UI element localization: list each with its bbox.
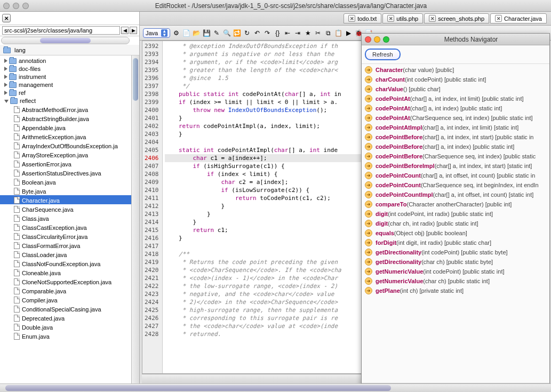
folder-row[interactable]: instrument	[0, 73, 139, 81]
file-row[interactable]: Appendable.java	[0, 123, 139, 132]
file-row[interactable]: AssertionStatusDirectives.java	[0, 168, 139, 177]
methods-list[interactable]: ➜Character(char value) [public]➜charCoun…	[362, 64, 549, 383]
method-row[interactable]: ➜getDirectionality(char ch) [public stat…	[364, 257, 547, 267]
paste-icon[interactable]: 📋	[334, 29, 342, 37]
redo-icon[interactable]: ↷	[263, 29, 271, 37]
file-row[interactable]: ArrayStoreException.java	[0, 150, 139, 159]
method-row[interactable]: ➜forDigit(int digit, int radix) [public …	[364, 238, 547, 247]
file-row[interactable]: ClassFormatError.java	[0, 241, 139, 250]
braces-icon[interactable]: {}	[273, 29, 282, 37]
file-row[interactable]: Character.java	[0, 195, 139, 204]
file-row[interactable]: ArithmeticException.java	[0, 132, 139, 141]
run-icon[interactable]: ▶	[344, 29, 353, 37]
folder-row[interactable]: ref	[0, 89, 139, 97]
method-row[interactable]: ➜codePointAt(char[] a, int index) [publi…	[364, 103, 547, 113]
file-row[interactable]: CloneNotSupportedException.java	[0, 277, 139, 286]
file-row[interactable]: Boolean.java	[0, 177, 139, 186]
folder-row[interactable]: doc-files	[0, 65, 139, 73]
path-next-button[interactable]: ▶	[130, 27, 137, 34]
editor-tab[interactable]: ✕screen_shots.php	[424, 13, 489, 23]
method-row[interactable]: ➜charCount(int codePoint) [public static…	[364, 75, 547, 84]
editor-tab[interactable]: ✕todo.txt	[344, 13, 381, 23]
tab-close-icon[interactable]: ✕	[348, 15, 355, 22]
tool-icon[interactable]: ⚙	[172, 29, 180, 37]
method-row[interactable]: ➜getNumericValue(char ch) [public static…	[364, 276, 547, 286]
file-row[interactable]: ClassLoader.java	[0, 250, 139, 259]
method-row[interactable]: ➜digit(char ch, int radix) [public stati…	[364, 219, 547, 228]
zoom-window-icon[interactable]	[22, 3, 29, 9]
tree-vscrollbar[interactable]	[131, 55, 139, 383]
outdent-icon[interactable]: ⇤	[283, 29, 292, 37]
bookmark-icon[interactable]: ★	[304, 29, 312, 37]
method-row[interactable]: ➜codePointBefore(CharSequence seq, int i…	[364, 151, 547, 161]
file-row[interactable]: Comparable.java	[0, 286, 139, 295]
editor-tab[interactable]: ✕utils.php	[382, 13, 423, 23]
path-prev-button[interactable]: ◀	[121, 27, 129, 34]
zoom-icon[interactable]	[383, 36, 389, 43]
file-row[interactable]: ClassCircularityError.java	[0, 231, 139, 241]
refresh-button[interactable]: Refresh	[365, 49, 401, 60]
save-icon[interactable]: 💾	[202, 29, 211, 37]
close-icon[interactable]	[365, 36, 371, 43]
file-row[interactable]: Compiler.java	[0, 295, 139, 304]
app-hscrollbar[interactable]	[0, 383, 551, 392]
close-panel-button[interactable]: ✕	[2, 14, 11, 22]
method-row[interactable]: ➜codePointAt(CharSequence seq, int index…	[364, 113, 547, 123]
tab-close-icon[interactable]: ✕	[387, 15, 394, 22]
method-row[interactable]: ➜codePointBefore(char[] a, int index, in…	[364, 132, 547, 142]
file-row[interactable]: Deprecated.java	[0, 313, 139, 322]
method-row[interactable]: ➜compareTo(Character anotherCharacter) […	[364, 199, 547, 209]
method-row[interactable]: ➜getDirectionality(int codePoint) [publi…	[364, 247, 547, 257]
method-row[interactable]: ➜getNumericValue(int codePoint) [public …	[364, 267, 547, 276]
close-window-icon[interactable]	[3, 3, 10, 9]
method-row[interactable]: ➜codePointCountImpl(char[] a, int offset…	[364, 190, 547, 199]
folder-row[interactable]: annotation	[0, 57, 139, 65]
editor-tab[interactable]: ✕Character.java	[490, 13, 547, 23]
file-row[interactable]: AbstractMethodError.java	[0, 105, 139, 114]
language-selector[interactable]: Java ▲▼	[143, 28, 170, 38]
file-row[interactable]: Enum.java	[0, 331, 139, 340]
new-file-icon[interactable]: 📄	[182, 29, 190, 37]
method-row[interactable]: ➜digit(int codePoint, int radix) [public…	[364, 209, 547, 219]
path-input[interactable]	[2, 26, 120, 35]
file-row[interactable]: CharSequence.java	[0, 204, 139, 213]
tab-close-icon[interactable]: ✕	[429, 15, 436, 22]
method-row[interactable]: ➜Character(char value) [public]	[364, 65, 547, 75]
method-row[interactable]: ➜equals(Object obj) [public boolean]	[364, 228, 547, 238]
method-row[interactable]: ➜getPlane(int ch) [private static int]	[364, 286, 547, 295]
method-row[interactable]: ➜codePointBefore(char[] a, int index) [p…	[364, 142, 547, 151]
cut-icon[interactable]: ✂	[314, 29, 322, 37]
file-row[interactable]: ConditionalSpecialCasing.java	[0, 304, 139, 313]
wand-icon[interactable]: ✎	[212, 29, 221, 37]
file-row[interactable]: ArrayIndexOutOfBoundsException.ja	[0, 141, 139, 150]
minimize-window-icon[interactable]	[13, 3, 19, 9]
path-scrollbar[interactable]	[1, 37, 130, 44]
breadcrumb[interactable]: lang	[0, 45, 139, 55]
folder-row[interactable]: management	[0, 81, 139, 89]
file-tree[interactable]: annotationdoc-filesinstrumentmanagementr…	[0, 55, 139, 383]
open-file-icon[interactable]: 📂	[192, 29, 201, 37]
indent-icon[interactable]: ⇥	[293, 29, 302, 37]
method-row[interactable]: ➜codePointCount(CharSequence seq, int be…	[364, 180, 547, 190]
refresh-icon[interactable]: ↻	[243, 29, 251, 37]
file-row[interactable]: AbstractStringBuilder.java	[0, 114, 139, 123]
file-row[interactable]: Cloneable.java	[0, 268, 139, 277]
method-row[interactable]: ➜codePointAtImpl(char[] a, int index, in…	[364, 123, 547, 132]
method-row[interactable]: ➜charValue() [public char]	[364, 84, 547, 94]
file-row[interactable]: Double.java	[0, 322, 139, 331]
file-row[interactable]: ClassNotFoundException.java	[0, 259, 139, 268]
method-row[interactable]: ➜codePointBeforeImpl(char[] a, int index…	[364, 161, 547, 171]
minimize-icon[interactable]	[374, 36, 380, 43]
undo-icon[interactable]: ↶	[253, 29, 261, 37]
file-row[interactable]: Class.java	[0, 213, 139, 222]
copy-icon[interactable]: ⧉	[324, 29, 332, 37]
tab-close-icon[interactable]: ✕	[495, 15, 502, 22]
search-icon[interactable]: 🔍	[222, 29, 231, 37]
method-row[interactable]: ➜codePointCount(char[] a, int offset, in…	[364, 171, 547, 180]
folder-row[interactable]: reflect	[0, 97, 139, 105]
method-row[interactable]: ➜codePointAt(char[] a, int index, int li…	[364, 94, 547, 103]
replace-icon[interactable]: 🔁	[233, 29, 241, 37]
file-row[interactable]: Byte.java	[0, 186, 139, 195]
file-row[interactable]: ClassCastException.java	[0, 222, 139, 231]
file-row[interactable]: AssertionError.java	[0, 159, 139, 168]
